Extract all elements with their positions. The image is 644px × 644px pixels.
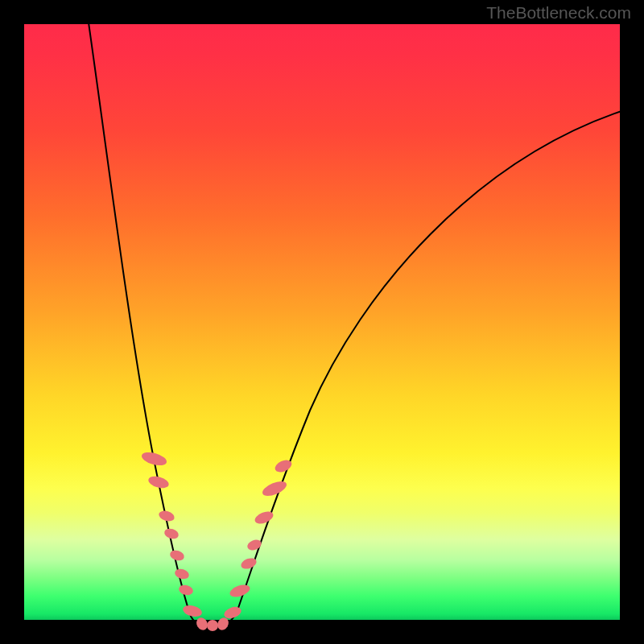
bead-group: [140, 450, 294, 632]
curve-right: [213, 111, 621, 625]
bead-right-1: [229, 583, 252, 600]
curve-left: [85, 0, 213, 625]
chart-frame: TheBottleneck.com: [0, 0, 644, 644]
bead-left-3: [163, 527, 180, 541]
chart-svg: [24, 24, 620, 620]
bead-left-6: [178, 584, 194, 597]
bead-left-5: [174, 568, 191, 580]
bead-bottom-1: [207, 620, 218, 631]
bead-left-7: [182, 604, 203, 618]
bead-left-1: [147, 474, 171, 490]
bead-right-3: [246, 538, 262, 552]
bead-left-4: [169, 549, 186, 563]
bead-left-0: [140, 450, 168, 468]
watermark-text: TheBottleneck.com: [486, 3, 631, 23]
bead-right-5: [261, 478, 289, 498]
bead-left-2: [158, 509, 176, 522]
